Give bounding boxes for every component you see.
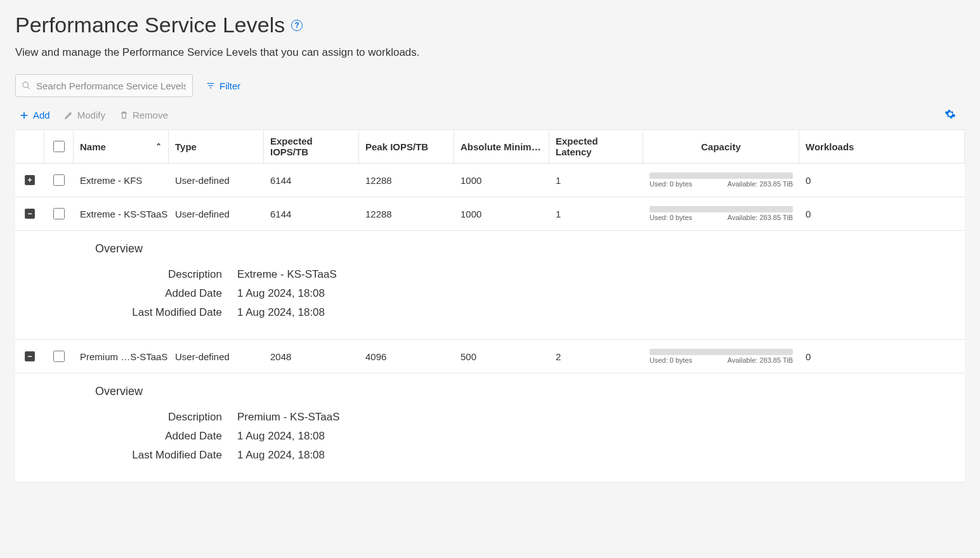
cell-workloads: 0: [799, 164, 965, 197]
trash-icon: [119, 110, 129, 120]
detail-added-value: 1 Aug 2024, 18:08: [237, 287, 325, 300]
cell-expected-latency: 2: [549, 340, 643, 373]
col-expected-iops[interactable]: Expected IOPS/TB: [264, 130, 359, 163]
search-input[interactable]: [15, 74, 193, 97]
col-abs-min[interactable]: Absolute Minim…: [454, 130, 549, 163]
detail-description-value: Premium - KS-STaaS: [237, 411, 340, 424]
capacity-used: Used: 0 bytes: [650, 180, 692, 188]
detail-modified-label: Last Modified Date: [95, 449, 237, 462]
col-capacity[interactable]: Capacity: [643, 130, 799, 163]
detail-heading: Overview: [95, 242, 965, 256]
cell-workloads: 0: [799, 340, 965, 373]
row-checkbox[interactable]: [53, 208, 65, 219]
detail-description-label: Description: [95, 268, 237, 281]
col-type[interactable]: Type: [169, 130, 264, 163]
expand-toggle[interactable]: −: [25, 209, 35, 219]
cell-abs-min: 1000: [454, 197, 549, 230]
cell-workloads: 0: [799, 197, 965, 230]
cell-peak-iops: 12288: [359, 164, 454, 197]
table-row: − Premium …S-STaaS User-defined 2048 409…: [15, 340, 965, 373]
page-title: Performance Service Levels: [15, 13, 285, 37]
row-detail-panel: Overview Description Extreme - KS-STaaS …: [15, 231, 965, 340]
filter-icon: [206, 81, 216, 90]
cell-capacity: Used: 0 bytes Available: 283.85 TiB: [643, 197, 799, 230]
cell-type: User-defined: [169, 197, 264, 230]
col-select-all[interactable]: [44, 130, 74, 163]
cell-name: Premium …S-STaaS: [74, 340, 169, 373]
cell-type: User-defined: [169, 340, 264, 373]
cell-expected-iops: 2048: [264, 340, 359, 373]
filter-button[interactable]: Filter: [206, 81, 240, 91]
cell-peak-iops: 4096: [359, 340, 454, 373]
cell-name: Extreme - KS-STaaS: [74, 197, 169, 230]
cell-capacity: Used: 0 bytes Available: 283.85 TiB: [643, 340, 799, 373]
filter-label: Filter: [219, 81, 240, 91]
capacity-available: Available: 283.85 TiB: [728, 356, 793, 364]
cell-expected-iops: 6144: [264, 197, 359, 230]
cell-type: User-defined: [169, 164, 264, 197]
capacity-bar: [650, 206, 793, 212]
capacity-bar: [650, 172, 793, 179]
detail-modified-value: 1 Aug 2024, 18:08: [237, 449, 325, 462]
table-row: + Extreme - KFS User-defined 6144 12288 …: [15, 164, 965, 197]
expand-toggle[interactable]: +: [25, 175, 35, 185]
detail-added-value: 1 Aug 2024, 18:08: [237, 430, 325, 443]
capacity-available: Available: 283.85 TiB: [728, 180, 793, 188]
plus-icon: [19, 110, 29, 120]
detail-added-label: Added Date: [95, 430, 237, 443]
col-workloads[interactable]: Workloads: [799, 130, 965, 163]
cell-capacity: Used: 0 bytes Available: 283.85 TiB: [643, 164, 799, 197]
capacity-used: Used: 0 bytes: [650, 356, 692, 364]
row-checkbox[interactable]: [53, 351, 65, 362]
cell-expected-iops: 6144: [264, 164, 359, 197]
detail-modified-label: Last Modified Date: [95, 306, 237, 319]
cell-peak-iops: 12288: [359, 197, 454, 230]
pencil-icon: [64, 110, 74, 120]
add-button[interactable]: Add: [19, 110, 50, 120]
col-expand: [15, 130, 44, 163]
detail-added-label: Added Date: [95, 287, 237, 300]
settings-button[interactable]: [944, 108, 956, 122]
detail-heading: Overview: [95, 385, 965, 398]
help-icon[interactable]: ?: [291, 20, 303, 31]
capacity-bar: [650, 349, 793, 355]
row-checkbox[interactable]: [53, 174, 65, 186]
col-peak-iops[interactable]: Peak IOPS/TB: [359, 130, 454, 163]
cell-abs-min: 500: [454, 340, 549, 373]
col-name[interactable]: Name ⌃: [74, 130, 169, 163]
col-expected-latency[interactable]: Expected Latency: [549, 130, 643, 163]
cell-expected-latency: 1: [549, 164, 643, 197]
modify-label: Modify: [77, 110, 105, 120]
detail-modified-value: 1 Aug 2024, 18:08: [237, 306, 325, 319]
remove-label: Remove: [133, 110, 168, 120]
remove-button[interactable]: Remove: [119, 110, 168, 120]
gear-icon: [944, 108, 956, 120]
cell-name: Extreme - KFS: [74, 164, 169, 197]
sort-asc-icon: ⌃: [155, 142, 162, 151]
add-label: Add: [33, 110, 50, 120]
capacity-used: Used: 0 bytes: [650, 214, 692, 221]
capacity-available: Available: 283.85 TiB: [728, 214, 793, 221]
modify-button[interactable]: Modify: [64, 110, 105, 120]
detail-description-value: Extreme - KS-STaaS: [237, 268, 337, 281]
psl-table: Name ⌃ Type Expected IOPS/TB Peak IOPS/T…: [15, 129, 965, 483]
cell-expected-latency: 1: [549, 197, 643, 230]
expand-toggle[interactable]: −: [25, 351, 35, 361]
cell-abs-min: 1000: [454, 164, 549, 197]
table-row: − Extreme - KS-STaaS User-defined 6144 1…: [15, 197, 965, 231]
row-detail-panel: Overview Description Premium - KS-STaaS …: [15, 373, 965, 483]
detail-description-label: Description: [95, 411, 237, 424]
page-subtitle: View and manage the Performance Service …: [15, 46, 965, 59]
select-all-checkbox[interactable]: [53, 141, 65, 152]
